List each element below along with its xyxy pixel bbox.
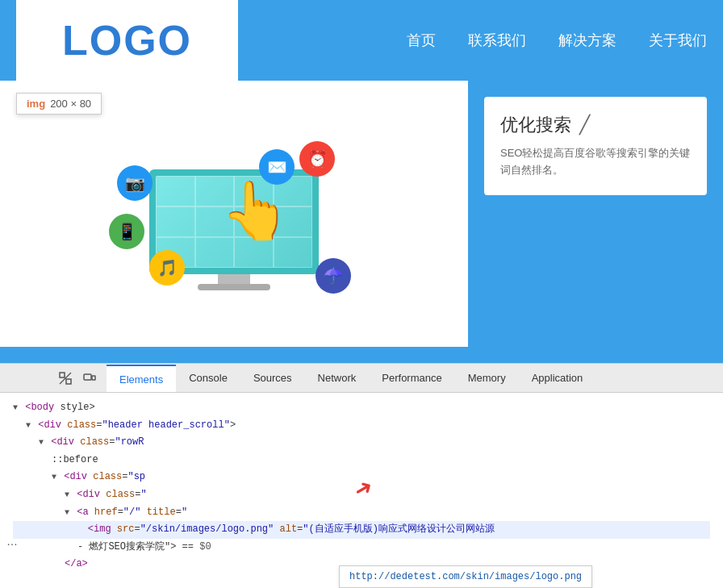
devtools-code-panel: … ▼ <body style> ▼ <div class="header he… — [0, 393, 723, 588]
app-icon-6: ☂️ — [316, 258, 351, 294]
app-icon-1: 📷 — [117, 165, 153, 201]
feature-title-row: 优化搜索 ╱ — [500, 113, 691, 137]
tab-sources[interactable]: Sources — [240, 364, 305, 392]
code-line-body[interactable]: ▼ <body style> — [13, 399, 710, 417]
svg-rect-3 — [84, 374, 91, 380]
devtools-tabs: Elements Console Sources Network Perform… — [0, 364, 723, 393]
feature-description: SEO轻松提高百度谷歌等搜索引擎的关键词自然排名。 — [500, 145, 691, 179]
feature-title-text: 优化搜索 — [500, 113, 571, 137]
svg-rect-1 — [66, 379, 71, 384]
more-options-icon[interactable]: … — [6, 535, 18, 548]
app-icon-3: 🎵 — [149, 250, 185, 286]
hand-pointer-icon: 👆 — [220, 177, 290, 244]
img-size-tooltip: img 200 × 80 — [16, 93, 102, 115]
code-line-anchor[interactable]: ▼ <a href="/" title=" — [13, 504, 710, 522]
device-toggle-icon[interactable] — [81, 369, 98, 387]
url-status-tooltip: http://dedetest.com/skin/images/logo.png — [339, 565, 592, 588]
hero-section: 📷 📱 🎵 ✉️ ⏰ ☂️ — [0, 81, 468, 347]
code-line-header-div[interactable]: ▼ <div class="header header_scroll"> — [13, 417, 710, 435]
site-logo-area: LOGO — [16, 0, 238, 81]
code-line-rowp[interactable]: ▼ <div class="rowR — [13, 434, 710, 452]
tab-performance[interactable]: Performance — [369, 364, 454, 392]
devtools-icon-group — [48, 364, 107, 392]
devtools-panel: Elements Console Sources Network Perform… — [0, 363, 723, 588]
feature-section: 优化搜索 ╱ SEO轻松提高百度谷歌等搜索引擎的关键词自然排名。 — [468, 81, 723, 347]
app-icon-2: 📱 — [109, 214, 144, 249]
img-tag-label: img — [27, 98, 45, 110]
tab-application[interactable]: Application — [519, 364, 596, 392]
nav-about[interactable]: 关于我们 — [649, 31, 707, 50]
site-logo: LOGO — [62, 16, 192, 65]
code-line-img[interactable]: <img src="/skin/images/logo.png" alt="(自… — [13, 521, 710, 539]
tab-network[interactable]: Network — [305, 364, 370, 392]
img-dimensions-label: 200 × 80 — [50, 98, 91, 110]
svg-rect-0 — [60, 373, 65, 377]
tab-memory[interactable]: Memory — [455, 364, 519, 392]
code-line-before[interactable]: ::before — [13, 452, 710, 469]
code-line-alt-cont: - 燃灯SEO搜索学院"> == $0 — [13, 539, 710, 557]
tab-console[interactable]: Console — [176, 364, 240, 392]
chart-icon: ╱ — [579, 115, 590, 136]
nav-solutions[interactable]: 解决方案 — [558, 31, 616, 50]
hero-illustration: 📷 📱 🎵 ✉️ ⏰ ☂️ — [93, 101, 375, 327]
feature-card: 优化搜索 ╱ SEO轻松提高百度谷歌等搜索引擎的关键词自然排名。 — [484, 97, 707, 195]
svg-rect-4 — [92, 376, 95, 380]
site-header: LOGO 首页 联系我们 解决方案 关于我们 — [0, 0, 723, 81]
website-preview: LOGO 首页 联系我们 解决方案 关于我们 img 200 × 80 📷 📱 … — [0, 0, 723, 363]
nav-contact[interactable]: 联系我们 — [468, 31, 526, 50]
site-main: 📷 📱 🎵 ✉️ ⏰ ☂️ — [0, 81, 723, 347]
tab-elements[interactable]: Elements — [107, 365, 176, 392]
site-nav: 首页 联系我们 解决方案 关于我们 — [238, 31, 707, 50]
svg-line-2 — [60, 373, 71, 384]
inspect-icon[interactable] — [56, 369, 74, 387]
app-icon-5: ⏰ — [299, 141, 335, 177]
nav-home[interactable]: 首页 — [407, 31, 436, 50]
